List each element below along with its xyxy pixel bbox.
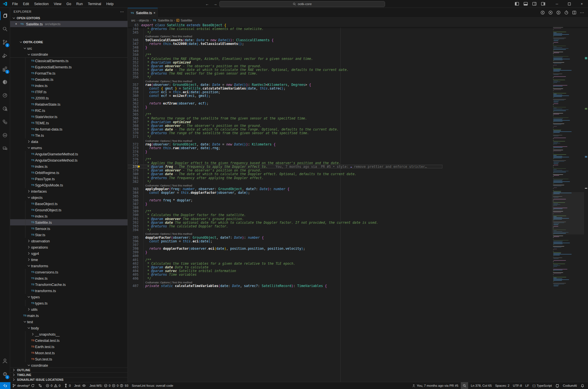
tree-file-earth.test.ts[interactable]: TSEarth.test.ts <box>10 344 127 350</box>
status-problems[interactable]: 00 <box>44 382 62 389</box>
tree-file-transformcache.ts[interactable]: TSTransformCache.ts <box>10 281 127 288</box>
tree-folder-observation[interactable]: observation <box>10 238 127 244</box>
history-back-icon[interactable]: ← <box>205 2 209 6</box>
tree-file-transforms.ts[interactable]: TStransforms.ts <box>10 288 127 294</box>
tree-file-groundobject.ts[interactable]: TSGroundObject.ts <box>10 207 127 213</box>
toggle-secondary-sidebar-icon[interactable] <box>532 1 537 6</box>
panel-sonarlint-issue-locations[interactable]: SONARLINT ISSUE LOCATIONS <box>10 377 127 382</box>
tree-folder-sgp4[interactable]: sgp4 <box>10 250 127 257</box>
minimap[interactable] <box>552 24 584 289</box>
status-cursor-position[interactable]: Ln 378, Col 65 <box>469 382 493 389</box>
close-icon[interactable]: × <box>154 11 155 15</box>
command-center-search[interactable]: ootk-core <box>219 1 385 7</box>
sonar-scan-icon[interactable] <box>0 102 10 115</box>
tree-folder-time[interactable]: time <box>10 257 127 263</box>
tree-file-sun.test.ts[interactable]: TSSun.test.ts <box>10 356 127 362</box>
tree-file-satellite.ts[interactable]: TSSatellite.ts <box>10 219 127 225</box>
tree-file-geodetic.ts[interactable]: TSGeodetic.ts <box>10 76 127 82</box>
menu-terminal[interactable]: Terminal <box>85 0 104 8</box>
codiumate-icon[interactable] <box>0 89 10 102</box>
tree-file-teme.ts[interactable]: TSTEME.ts <box>10 120 127 126</box>
breadcrumb-item-satellite.ts[interactable]: TSSatellite.ts <box>152 19 173 22</box>
tree-file-formattle.ts[interactable]: TSFormatTle.ts <box>10 70 127 76</box>
history-forward-icon[interactable]: → <box>213 2 217 6</box>
status-git-blame[interactable]: You, 7 months ago via PR #5 <box>410 382 460 389</box>
status-remote-indicator[interactable] <box>0 382 10 389</box>
close-button[interactable]: × <box>576 0 588 8</box>
tree-folder-test[interactable]: test <box>10 319 127 325</box>
toggle-primary-sidebar-icon[interactable] <box>514 1 519 6</box>
code-editor[interactable]: 63export class Satellite extends BaseObj… <box>128 23 588 382</box>
nav-back-circle-icon[interactable] <box>540 10 545 15</box>
tree-file-main.ts[interactable]: TSmain.ts <box>10 312 127 319</box>
status-language-mode[interactable]: { }TypeScript <box>531 382 554 389</box>
lightbulb-icon[interactable] <box>137 165 140 168</box>
settings-icon[interactable]: ⚙1 <box>0 368 10 381</box>
customize-layout-icon[interactable] <box>541 1 546 6</box>
menu-go[interactable]: Go <box>64 0 74 8</box>
extensions-icon[interactable]: 1 <box>0 62 10 75</box>
more-actions-icon[interactable]: ⋯ <box>120 9 124 14</box>
tree-file-conversions.ts[interactable]: TSconversions.ts <box>10 269 127 275</box>
status-zoom-tool[interactable] <box>461 382 468 389</box>
tree-folder-utils[interactable]: utils <box>10 306 127 312</box>
tree-file-itrf.ts[interactable]: TSITRF.ts <box>10 89 127 95</box>
close-icon[interactable]: × <box>14 22 18 26</box>
status-codium-ai[interactable]: CodiumAI <box>561 382 579 389</box>
search-icon[interactable] <box>0 22 10 36</box>
tree-folder-enums[interactable]: enums <box>10 145 127 151</box>
status-notifications[interactable] <box>579 382 586 389</box>
tree-file-baseobject.ts[interactable]: TSBaseObject.ts <box>10 201 127 207</box>
status-github[interactable] <box>554 382 561 389</box>
tree-file-index.ts[interactable]: TSindex.ts <box>10 213 127 219</box>
tree-folder-src[interactable]: src <box>10 45 127 51</box>
tree-folder-body[interactable]: body <box>10 325 127 331</box>
minimize-button[interactable]: ─ <box>551 0 563 8</box>
tree-file-sensor.ts[interactable]: TSSensor.ts <box>10 225 127 232</box>
tree-folder-coordinate[interactable]: coordinate <box>10 51 127 58</box>
tree-file-angulardiametermethod.ts[interactable]: TSAngularDiameterMethod.ts <box>10 151 127 157</box>
tree-file-index.ts[interactable]: TSindex.ts <box>10 163 127 169</box>
tree-file-angulardistancemethod.ts[interactable]: TSAngularDistanceMethod.ts <box>10 157 127 163</box>
panel-timeline[interactable]: TIMELINE <box>10 372 127 377</box>
minimap-slider[interactable] <box>552 192 584 234</box>
status-indentation[interactable]: Spaces: 2 <box>494 382 511 389</box>
open-editor-item[interactable]: × TS Satellite.ts src\objects <box>10 21 127 27</box>
open-editors-header[interactable]: OPEN EDITORS <box>10 15 127 21</box>
nav-dot-circle-icon[interactable] <box>548 10 553 15</box>
tree-file-relativestate.ts[interactable]: TSRelativeState.ts <box>10 101 127 107</box>
tree-file-ric.ts[interactable]: TSRIC.ts <box>10 107 127 114</box>
status-encoding[interactable]: UTF-8 <box>511 382 524 389</box>
panel-outline[interactable]: OUTLINE <box>10 368 127 372</box>
codiumate-timer-icon[interactable] <box>564 10 569 15</box>
tree-folder-data[interactable]: data <box>10 138 127 145</box>
tree-folder-operations[interactable]: operations <box>10 244 127 250</box>
run-debug-icon[interactable] <box>0 49 10 62</box>
status-git-branch[interactable]: develop* <box>10 382 36 389</box>
tree-file-index.ts[interactable]: TSindex.ts <box>10 82 127 89</box>
maximize-button[interactable] <box>563 0 576 8</box>
status-gitlens-compare[interactable] <box>36 382 44 389</box>
color-theme-icon[interactable] <box>0 75 10 89</box>
more-actions-icon[interactable]: ⋯ <box>580 10 584 15</box>
source-control-icon[interactable]: 1 <box>0 36 10 49</box>
tree-file-index.ts[interactable]: TSindex.ts <box>10 275 127 281</box>
breadcrumb-item-satellite[interactable]: Satellite <box>176 19 192 22</box>
tree-folder-transforms[interactable]: transforms <box>10 263 127 269</box>
tree-file-statevector.ts[interactable]: TSStateVector.ts <box>10 114 127 120</box>
linked-items-icon[interactable] <box>0 115 10 129</box>
split-editor-icon[interactable] <box>572 10 577 15</box>
tree-folder-coordinate[interactable]: coordinate <box>10 362 127 368</box>
tree-file-passtype.ts[interactable]: TSPassType.ts <box>10 176 127 182</box>
tree-file-tle.ts[interactable]: TSTle.ts <box>10 132 127 138</box>
tree-file-celestial.test.ts[interactable]: TSCelestial.test.ts <box>10 337 127 344</box>
explorer-icon[interactable] <box>0 9 10 22</box>
breadcrumb-item-objects[interactable]: objects <box>139 19 149 22</box>
breadcrumb-item-src[interactable]: src <box>131 19 135 22</box>
tree-file-orbitregime.ts[interactable]: TSOrbitRegime.ts <box>10 169 127 176</box>
toggle-panel-icon[interactable] <box>523 1 528 6</box>
tree-folder-objects[interactable]: objects <box>10 194 127 201</box>
status-jest-ws[interactable]: Jest-WS:0093 <box>88 382 130 389</box>
tree-folder-types[interactable]: types <box>10 294 127 300</box>
sonarlint-icon[interactable] <box>0 129 10 142</box>
